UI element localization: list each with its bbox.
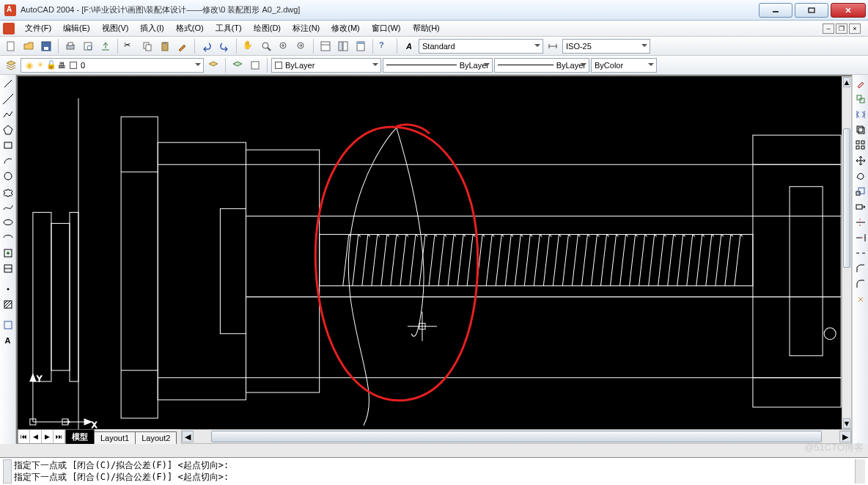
mtext-tool[interactable]: A	[1, 333, 15, 348]
properties-button[interactable]	[317, 38, 334, 54]
cmdline-scrollbar[interactable]	[855, 459, 865, 484]
print-preview-button[interactable]	[80, 38, 96, 54]
tab-layout1[interactable]: Layout1	[94, 431, 136, 444]
vscroll-thumb[interactable]	[843, 128, 850, 268]
extend-tool[interactable]	[853, 230, 868, 245]
revcloud-tool[interactable]	[1, 184, 15, 199]
menu-file[interactable]: 文件(F)	[19, 21, 57, 35]
text-style-button[interactable]: A	[401, 38, 417, 54]
dim-style-button[interactable]	[545, 38, 561, 54]
stretch-tool[interactable]	[853, 200, 868, 214]
ellipse-arc-tool[interactable]	[1, 230, 15, 245]
tab-model[interactable]: 模型	[65, 429, 95, 444]
line-tool[interactable]	[1, 76, 15, 91]
dim-style-dropdown[interactable]: ISO-25	[562, 39, 650, 54]
xline-tool[interactable]	[1, 92, 15, 106]
make-current-button[interactable]	[229, 57, 246, 73]
maximize-button[interactable]	[795, 3, 828, 18]
tab-first-button[interactable]: ⏮	[18, 430, 30, 443]
fillet-tool[interactable]	[853, 277, 868, 291]
menu-edit[interactable]: 编辑(E)	[57, 21, 96, 35]
close-button[interactable]	[831, 3, 866, 18]
zoom-window-button[interactable]	[276, 38, 292, 54]
layer-previous-button[interactable]	[205, 57, 221, 73]
make-block-tool[interactable]	[1, 261, 15, 276]
point-tool[interactable]	[1, 282, 15, 296]
drawing-canvas[interactable]: Y X	[18, 76, 842, 429]
plotstyle-dropdown[interactable]: ByColor	[591, 58, 657, 73]
minimize-button[interactable]	[759, 3, 792, 18]
design-center-button[interactable]	[335, 38, 351, 54]
color-dropdown[interactable]: ByLayer	[271, 58, 381, 73]
move-tool[interactable]	[853, 153, 868, 168]
layer-states-button[interactable]	[247, 57, 263, 73]
chamfer-tool[interactable]	[853, 261, 868, 276]
text-style-dropdown[interactable]: Standard	[419, 39, 543, 54]
lineweight-dropdown[interactable]: ByLayer	[494, 58, 589, 73]
scroll-up-button[interactable]: ▲	[843, 77, 850, 87]
rectangle-tool[interactable]	[1, 138, 15, 153]
break-tool[interactable]	[853, 246, 868, 260]
trim-tool[interactable]	[853, 215, 868, 230]
menu-tools[interactable]: 工具(T)	[210, 21, 248, 35]
polyline-tool[interactable]	[1, 107, 15, 122]
circle-tool[interactable]	[1, 169, 15, 183]
array-tool[interactable]	[853, 138, 868, 153]
mdi-restore-button[interactable]: ❐	[836, 23, 847, 34]
linetype-dropdown[interactable]: ByLayer	[383, 58, 493, 73]
mdi-minimize-button[interactable]: –	[823, 23, 834, 34]
publish-button[interactable]	[98, 38, 114, 54]
hscroll-thumb[interactable]	[211, 431, 822, 442]
redo-button[interactable]	[216, 38, 232, 54]
menu-window[interactable]: 窗口(W)	[366, 21, 407, 35]
open-button[interactable]	[21, 38, 37, 54]
tab-prev-button[interactable]: ◀	[30, 430, 42, 443]
insert-block-tool[interactable]	[1, 246, 15, 260]
save-button[interactable]	[38, 38, 54, 54]
command-line[interactable]: 指定下一点或 [闭合(C)/拟合公差(F)] <起点切向>: 指定下一点或 [闭…	[0, 457, 868, 485]
menu-draw[interactable]: 绘图(D)	[248, 21, 287, 35]
menu-help[interactable]: 帮助(H)	[407, 21, 446, 35]
paste-button[interactable]	[157, 38, 173, 54]
tool-palettes-button[interactable]	[353, 38, 369, 54]
help-button[interactable]: ?	[377, 38, 393, 54]
ellipse-tool[interactable]	[1, 215, 15, 230]
pan-button[interactable]: ✋	[240, 38, 257, 54]
menu-modify[interactable]: 修改(M)	[326, 21, 366, 35]
rotate-tool[interactable]	[853, 169, 868, 183]
menu-insert[interactable]: 插入(I)	[134, 21, 169, 35]
explode-tool[interactable]	[853, 292, 868, 307]
region-tool[interactable]	[1, 318, 15, 332]
scroll-left-button[interactable]: ◀	[182, 431, 194, 442]
tab-last-button[interactable]: ⏭	[54, 430, 65, 443]
horizontal-scrollbar[interactable]: ◀ ▶	[181, 429, 852, 444]
vertical-scrollbar[interactable]: ▲ ▼	[842, 76, 852, 429]
zoom-realtime-button[interactable]	[258, 38, 274, 54]
arc-tool[interactable]	[1, 153, 15, 168]
copy-button[interactable]	[139, 38, 155, 54]
menu-dimension[interactable]: 标注(N)	[287, 21, 326, 35]
match-props-button[interactable]	[174, 38, 191, 54]
mdi-close-button[interactable]: ×	[849, 23, 861, 34]
offset-tool[interactable]	[853, 123, 868, 137]
zoom-previous-button[interactable]	[293, 38, 309, 54]
cut-button[interactable]: ✂	[122, 38, 138, 54]
polygon-tool[interactable]	[1, 123, 15, 137]
spline-tool[interactable]	[1, 200, 15, 214]
menu-view[interactable]: 视图(V)	[96, 21, 135, 35]
print-button[interactable]	[62, 38, 78, 54]
copy-tool[interactable]	[853, 92, 868, 106]
erase-tool[interactable]	[853, 76, 868, 91]
undo-button[interactable]	[199, 38, 215, 54]
scale-tool[interactable]	[853, 184, 868, 199]
cmdline-grip[interactable]	[3, 459, 12, 484]
mirror-tool[interactable]	[853, 107, 868, 122]
tab-next-button[interactable]: ▶	[42, 430, 54, 443]
scroll-down-button[interactable]: ▼	[843, 418, 850, 429]
layer-dropdown[interactable]: ◉ ☀ 🔓 🖶 0	[21, 58, 204, 73]
menu-format[interactable]: 格式(O)	[170, 21, 210, 35]
layer-manager-button[interactable]	[3, 57, 19, 73]
new-button[interactable]	[3, 38, 19, 54]
tab-layout2[interactable]: Layout2	[135, 431, 177, 444]
hatch-tool[interactable]	[1, 297, 15, 312]
